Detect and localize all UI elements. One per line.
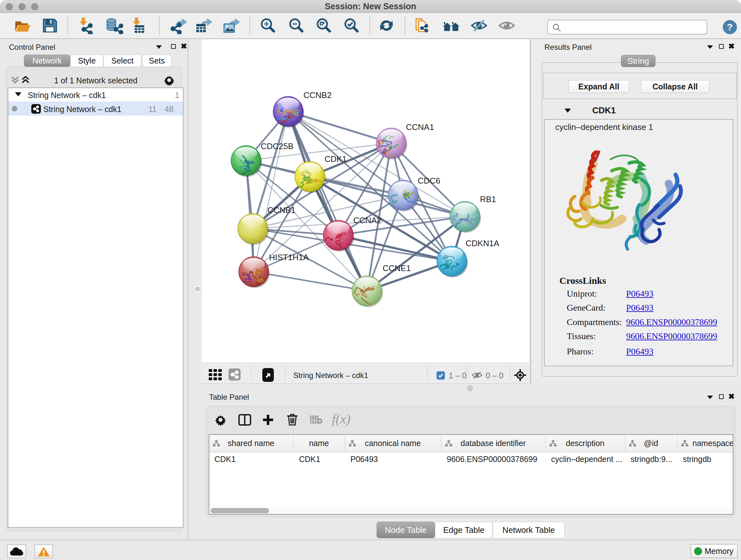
svg-text:CCNB2: CCNB2 [304, 90, 332, 100]
svg-text:CCNE1: CCNE1 [383, 263, 411, 273]
svg-text:CCNA1: CCNA1 [406, 122, 434, 132]
svg-text:CCNA2: CCNA2 [353, 215, 381, 225]
svg-text:CDC25B: CDC25B [261, 141, 293, 151]
svg-text:RB1: RB1 [480, 194, 496, 204]
svg-text:CCNB1: CCNB1 [267, 205, 295, 215]
svg-text:CDC6: CDC6 [418, 176, 441, 186]
svg-text:HIST1H1A: HIST1H1A [269, 253, 309, 262]
svg-text:CDK1: CDK1 [325, 154, 347, 164]
svg-text:CDKN1A: CDKN1A [466, 239, 499, 248]
